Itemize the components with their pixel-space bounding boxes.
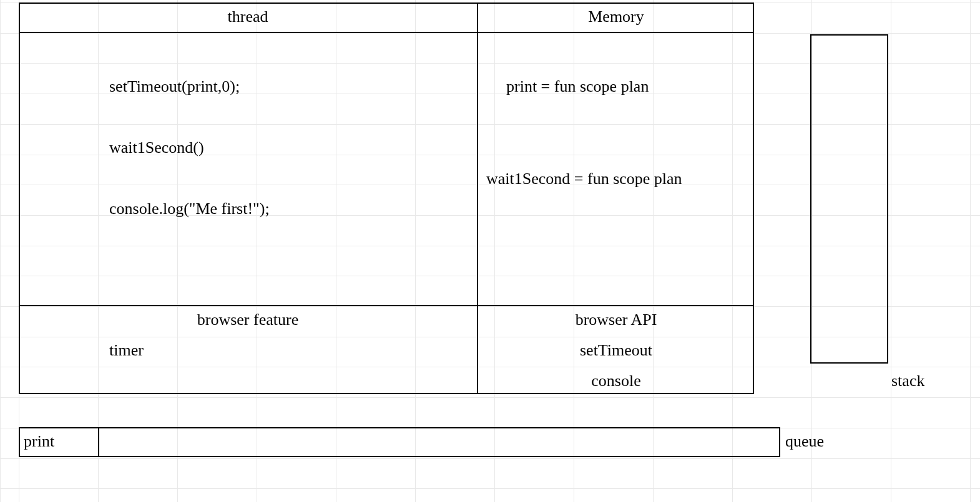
browser-feature-item: timer: [109, 341, 144, 360]
browser-divider: [19, 305, 754, 306]
thread-header: thread: [19, 7, 477, 26]
header-divider: [19, 32, 754, 33]
memory-header: Memory: [478, 7, 754, 26]
main-box: [19, 2, 754, 394]
memory-line-1: print = fun scope plan: [506, 77, 649, 96]
queue-box: [19, 427, 780, 457]
browser-feature-header: browser feature: [19, 311, 477, 329]
thread-memory-divider: [477, 2, 478, 394]
thread-line-1: setTimeout(print,0);: [109, 77, 240, 96]
browser-api-item-2: console: [478, 372, 754, 390]
stack-label: stack: [891, 372, 924, 390]
browser-api-header: browser API: [478, 311, 754, 329]
stack-box: [810, 34, 888, 364]
memory-line-2: wait1Second = fun scope plan: [486, 170, 682, 188]
diagram-overlay: thread Memory setTimeout(print,0); wait1…: [0, 0, 980, 502]
queue-label: queue: [785, 432, 824, 451]
thread-line-3: console.log("Me first!");: [109, 200, 270, 218]
browser-api-item-1: setTimeout: [478, 341, 754, 360]
queue-divider: [98, 427, 99, 457]
queue-item: print: [24, 432, 54, 451]
thread-line-2: wait1Second(): [109, 138, 204, 157]
